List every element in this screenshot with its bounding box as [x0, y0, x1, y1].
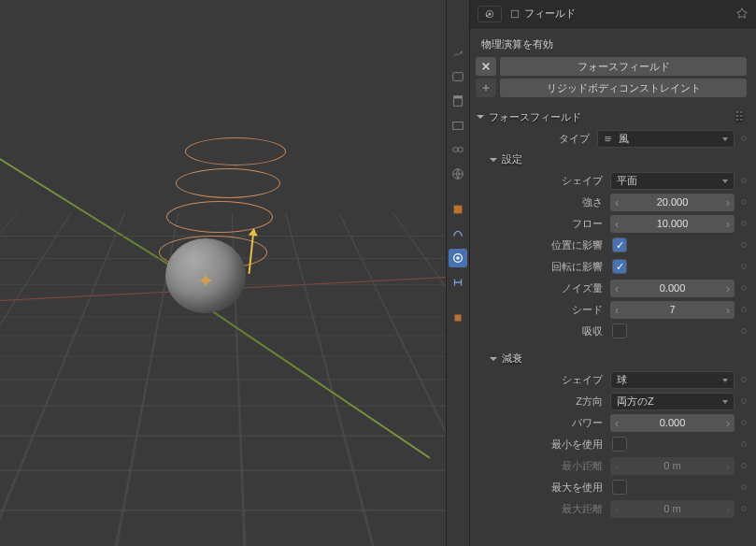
- power-input[interactable]: 0.000: [610, 414, 735, 432]
- keyframe-dot[interactable]: [741, 398, 747, 404]
- keyframe-dot[interactable]: [741, 307, 747, 312]
- affect-rotation-label: 回転に影響: [489, 260, 610, 274]
- forcefield-panel-header[interactable]: フォースフィールド ⠿: [476, 107, 747, 127]
- affect-location-label: 位置に影響: [489, 238, 610, 252]
- rigid-body-constraint-button[interactable]: リジッドボディコンストレイント: [500, 79, 747, 97]
- keyframe-dot[interactable]: [741, 285, 747, 291]
- keyframe-dot[interactable]: [741, 328, 747, 334]
- affect-rotation-checkbox[interactable]: [612, 259, 627, 274]
- use-max-label: 最大を使用: [489, 481, 610, 495]
- keyframe-dot[interactable]: [741, 264, 747, 269]
- forcefield-title: フォースフィールド: [489, 110, 581, 124]
- svg-rect-7: [454, 206, 463, 214]
- seed-value: 7: [669, 304, 675, 315]
- remove-forcefield-button[interactable]: [476, 57, 496, 76]
- noise-label: ノイズ量: [489, 281, 610, 295]
- type-select[interactable]: 風: [597, 130, 735, 148]
- svg-point-4: [453, 147, 458, 151]
- max-dist-input: 0 m: [610, 500, 735, 518]
- use-max-checkbox[interactable]: [612, 480, 627, 495]
- keyframe-dot[interactable]: [741, 420, 747, 425]
- keyframe-dot[interactable]: [741, 506, 747, 511]
- shape-select[interactable]: 平面: [610, 172, 735, 190]
- svg-point-12: [489, 12, 492, 15]
- svg-rect-2: [454, 96, 463, 99]
- scene-tab-icon[interactable]: [449, 140, 467, 159]
- shape-value: 平面: [617, 174, 637, 188]
- use-min-checkbox[interactable]: [612, 437, 627, 452]
- world-tab-icon[interactable]: [449, 165, 467, 183]
- properties-panel: フィールド 物理演算を有効 フォースフィールド リジッドボディコンストレイント …: [470, 0, 756, 546]
- svg-rect-13: [511, 10, 519, 18]
- tool-tab-icon[interactable]: [449, 43, 467, 62]
- falloff-shape-value: 球: [617, 373, 627, 387]
- panel-header: フィールド: [470, 0, 756, 28]
- view-tab-icon[interactable]: [449, 116, 467, 135]
- keyframe-dot[interactable]: [741, 463, 747, 468]
- flow-input[interactable]: 10.000: [610, 215, 735, 233]
- output-tab-icon[interactable]: [449, 92, 467, 110]
- settings-subheader[interactable]: 設定: [489, 150, 747, 169]
- strength-input[interactable]: 20.000: [610, 194, 735, 211]
- rigid-body-enable-icon[interactable]: [476, 79, 496, 97]
- keyframe-dot[interactable]: [741, 484, 747, 490]
- zdir-select[interactable]: 両方のZ: [610, 393, 735, 410]
- context-label: フィールド: [524, 7, 576, 21]
- keyframe-dot[interactable]: [741, 441, 747, 447]
- flow-value: 10.000: [657, 218, 689, 229]
- absorption-checkbox[interactable]: [612, 323, 627, 338]
- min-dist-label: 最小距離: [489, 459, 610, 473]
- affect-location-checkbox[interactable]: [612, 237, 627, 252]
- keyframe-dot[interactable]: [741, 221, 747, 226]
- viewport-3d[interactable]: [0, 0, 446, 546]
- wind-ring: [185, 137, 286, 165]
- noise-input[interactable]: 0.000: [610, 280, 735, 297]
- power-value: 0.000: [660, 417, 686, 428]
- min-dist-value: 0 m: [663, 460, 680, 471]
- shape-label: シェイプ: [489, 174, 610, 188]
- modifier-tab-icon[interactable]: [449, 224, 467, 243]
- min-dist-input: 0 m: [610, 457, 735, 475]
- constraint-tab-icon[interactable]: [449, 273, 467, 292]
- strength-value: 20.000: [657, 196, 689, 208]
- object-tab-icon[interactable]: [449, 200, 467, 219]
- strength-label: 強さ: [489, 195, 610, 209]
- zdir-label: Z方向: [489, 395, 610, 409]
- properties-tabs: [446, 0, 470, 546]
- panel-menu-icon[interactable]: ⠿: [735, 109, 747, 124]
- falloff-shape-select[interactable]: 球: [610, 371, 735, 389]
- use-min-label: 最小を使用: [489, 438, 610, 452]
- type-label: タイプ: [476, 132, 597, 146]
- keyframe-dot[interactable]: [741, 136, 747, 141]
- power-label: パワー: [489, 416, 610, 430]
- origin-gizmo: [194, 271, 221, 297]
- svg-rect-0: [453, 73, 464, 81]
- svg-rect-10: [455, 315, 462, 322]
- svg-point-9: [456, 256, 460, 260]
- context-dropdown[interactable]: [478, 6, 502, 22]
- physics-tab-icon[interactable]: [449, 249, 467, 267]
- falloff-subheader[interactable]: 減衰: [489, 349, 747, 368]
- data-tab-icon[interactable]: [449, 309, 467, 327]
- keyframe-dot[interactable]: [741, 178, 747, 183]
- pin-icon[interactable]: [735, 7, 749, 22]
- max-dist-value: 0 m: [663, 503, 680, 514]
- flow-label: フロー: [489, 217, 610, 231]
- max-dist-label: 最大距離: [489, 502, 610, 516]
- keyframe-dot[interactable]: [741, 242, 747, 248]
- settings-title: 設定: [502, 152, 522, 166]
- absorption-label: 吸収: [489, 324, 610, 338]
- force-field-button[interactable]: フォースフィールド: [500, 57, 747, 76]
- seed-label: シード: [489, 303, 610, 317]
- svg-rect-3: [453, 122, 464, 130]
- falloff-title: 減衰: [502, 352, 522, 366]
- keyframe-dot[interactable]: [741, 199, 747, 205]
- physics-enable-title: 物理演算を有効: [476, 34, 747, 57]
- falloff-shape-label: シェイプ: [489, 373, 610, 387]
- type-value: 風: [619, 132, 629, 146]
- render-tab-icon[interactable]: [449, 67, 467, 86]
- seed-input[interactable]: 7: [610, 301, 735, 319]
- noise-value: 0.000: [660, 282, 686, 294]
- wind-ring: [176, 168, 280, 198]
- keyframe-dot[interactable]: [741, 377, 747, 382]
